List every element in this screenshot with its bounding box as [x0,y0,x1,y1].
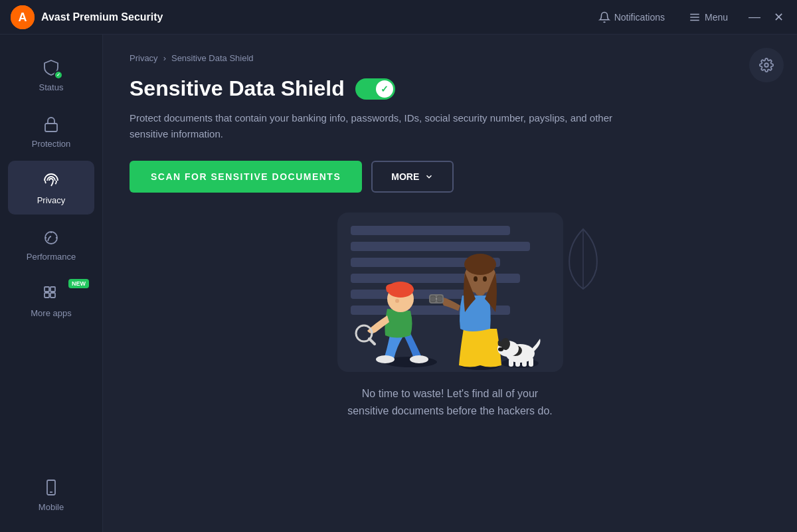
page-description: Protect documents that contain your bank… [130,110,628,142]
svg-rect-38 [509,359,513,367]
svg-point-44 [498,347,503,351]
svg-point-33 [430,296,436,302]
sidebar-item-performance[interactable]: Performance [8,217,94,271]
bottom-text-line2: sensitive documents before the hackers d… [130,402,770,420]
illustration-container [130,213,770,372]
gear-icon [759,58,774,72]
more-button[interactable]: MORE [371,161,454,193]
fingerprint-icon [42,171,60,190]
sidebar-status-label: Status [39,82,64,92]
menu-button[interactable]: Menu [683,9,733,26]
privacy-icon-container [41,170,62,191]
breadcrumb-current: Sensitive Data Shield [171,53,254,63]
svg-rect-39 [515,359,520,367]
more-button-label: MORE [391,171,419,182]
svg-point-16 [376,355,395,363]
svg-point-20 [395,299,399,303]
sidebar-more-apps-label: More apps [31,308,71,318]
sidebar-item-mobile[interactable]: Mobile [8,468,94,519]
svg-text:A: A [19,11,27,24]
toggle-check-icon: ✓ [381,84,389,94]
new-badge: NEW [68,279,89,288]
lock-icon [42,115,60,133]
svg-point-6 [45,232,57,244]
mobile-icon [42,478,60,497]
window-controls: — ✕ [747,9,786,25]
app-title: Avast Premium Security [41,11,163,23]
sidebar-mobile-label: Mobile [39,502,64,512]
titlebar-left: A Avast Premium Security [11,5,163,29]
settings-button[interactable] [749,48,784,82]
sidebar-privacy-label: Privacy [37,195,66,205]
close-button[interactable]: ✕ [770,9,786,25]
minimize-button[interactable]: — [747,9,762,25]
protection-icon-container [41,114,62,135]
mobile-icon-container [41,477,62,498]
enable-toggle[interactable]: ✓ [355,78,395,100]
status-icon-container [41,57,62,78]
breadcrumb-separator: › [163,53,166,63]
svg-rect-7 [44,287,49,292]
svg-point-34 [437,296,442,302]
svg-point-17 [410,355,428,363]
scan-button[interactable]: SCAN FOR SENSITIVE DOCUMENTS [130,161,362,193]
main-layout: Status Protection [0,35,797,532]
sidebar-item-privacy[interactable]: Privacy [8,161,94,215]
breadcrumb-parent[interactable]: Privacy [130,53,158,63]
svg-point-28 [483,276,487,282]
illustration-wrapper [337,213,563,372]
bottom-text: No time to waste! Let's find all of your… [130,385,770,419]
bottom-text-line1: No time to waste! Let's find all of your [130,385,770,402]
status-check-dot [54,70,63,80]
notifications-button[interactable]: Notifications [593,9,670,26]
performance-icon-container [41,226,62,248]
more-apps-icon-container [41,283,62,304]
page-header: Sensitive Data Shield ✓ [130,76,770,101]
leaf-decoration [563,226,603,292]
breadcrumb: Privacy › Sensitive Data Shield [130,53,770,63]
svg-rect-5 [45,124,57,132]
svg-point-27 [474,276,478,282]
sidebar-item-more-apps[interactable]: NEW More apps [8,274,94,327]
page-title: Sensitive Data Shield [130,76,345,101]
grid-icon [42,284,60,303]
sidebar-protection-label: Protection [32,139,71,149]
sidebar-item-status[interactable]: Status [8,48,94,102]
bell-icon [598,11,610,23]
sidebar-performance-label: Performance [27,252,76,262]
action-buttons: SCAN FOR SENSITIVE DOCUMENTS MORE [130,161,770,193]
titlebar-right: Notifications Menu — ✕ [593,9,786,26]
menu-icon [689,11,701,23]
content-area: Privacy › Sensitive Data Shield Sensitiv… [103,35,797,532]
svg-rect-40 [522,359,527,367]
titlebar: A Avast Premium Security Notifications M… [0,0,797,35]
svg-rect-10 [50,293,55,298]
avast-logo: A [11,5,35,29]
svg-point-26 [464,254,496,275]
toggle-knob: ✓ [376,80,393,98]
svg-rect-9 [44,293,49,298]
svg-rect-8 [50,287,55,292]
speedometer-icon [42,228,60,246]
sidebar-item-protection[interactable]: Protection [8,104,94,158]
illustration-characters [351,226,550,372]
svg-line-22 [369,339,375,344]
svg-rect-41 [529,357,533,367]
chevron-down-icon [424,172,434,181]
sidebar: Status Protection [0,35,103,532]
svg-point-13 [764,63,768,67]
